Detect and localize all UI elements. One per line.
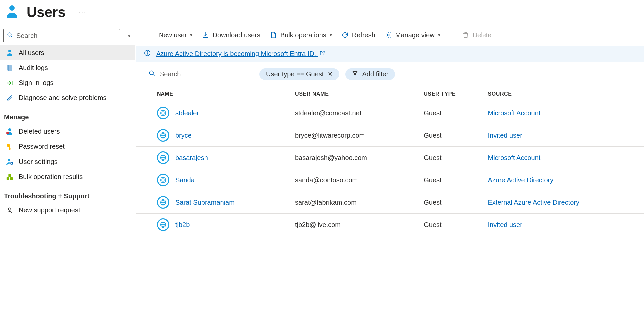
column-header-source[interactable]: SOURCE: [484, 85, 644, 102]
user-source-link[interactable]: External Azure Active Directory: [488, 199, 579, 206]
svg-rect-14: [7, 177, 9, 179]
sidebar-item-bulk-operation-results[interactable]: Bulk operation results: [0, 169, 135, 184]
cell-usertype: Guest: [420, 124, 484, 147]
user-source-link[interactable]: Microsoft Account: [488, 154, 540, 161]
user-source-link[interactable]: Azure Active Directory: [488, 176, 553, 184]
user-name-link[interactable]: stdealer: [175, 109, 199, 117]
support-icon: [5, 207, 14, 214]
table-row[interactable]: Sarat Subramaniamsarat@fabrikam.comGuest…: [136, 191, 644, 214]
cell-usertype: Guest: [420, 191, 484, 214]
row-checkbox-cell[interactable]: [136, 169, 153, 191]
table-row[interactable]: brycebryce@litwarecorp.comGuestInvited u…: [136, 124, 644, 147]
sidebar-item-label: User settings: [19, 158, 58, 166]
sidebar-search-input[interactable]: [16, 32, 116, 40]
user-source-link[interactable]: Invited user: [488, 132, 522, 139]
column-header-username[interactable]: USER NAME: [291, 85, 420, 102]
svg-point-16: [8, 208, 11, 210]
filter-pill-usertype[interactable]: User type == Guest ✕: [259, 68, 339, 80]
table-row[interactable]: stdealerstdealer@comcast.netGuestMicroso…: [136, 102, 644, 124]
table-row[interactable]: Sandasanda@contoso.comGuestAzure Active …: [136, 169, 644, 191]
new-user-button[interactable]: New user ▾: [148, 31, 192, 39]
user-name-link[interactable]: bryce: [175, 132, 192, 139]
divider: [451, 29, 451, 41]
table-row[interactable]: basarajeshbasarajesh@yahoo.comGuestMicro…: [136, 147, 644, 169]
user-name-link[interactable]: Sarat Subramaniam: [175, 199, 235, 206]
chevron-down-icon: ▾: [330, 32, 332, 38]
cell-source: Microsoft Account: [484, 102, 644, 124]
sidebar-item-diagnose-and-solve-problems[interactable]: Diagnose and solve problems: [0, 90, 135, 105]
sidebar-item-deleted-users[interactable]: Deleted users: [0, 124, 135, 139]
delete-button[interactable]: Delete: [462, 31, 492, 39]
row-checkbox-cell[interactable]: [136, 124, 153, 147]
sidebar-item-label: Password reset: [19, 143, 65, 150]
new-user-label: New user: [159, 31, 187, 39]
cell-name: stdealer: [153, 102, 291, 124]
cell-source: External Azure Active Directory: [484, 191, 644, 214]
close-icon[interactable]: ✕: [328, 70, 333, 78]
sidebar-item-label: Sign-in logs: [19, 79, 54, 87]
cell-source: Invited user: [484, 124, 644, 147]
sidebar-item-label: New support request: [19, 206, 80, 214]
refresh-button[interactable]: Refresh: [341, 31, 375, 39]
sidebar-item-all-users[interactable]: All users: [0, 45, 135, 60]
download-users-label: Download users: [212, 31, 260, 39]
user-name-link[interactable]: Sanda: [175, 176, 195, 184]
row-checkbox-cell[interactable]: [136, 191, 153, 214]
globe-icon: [157, 174, 169, 186]
cell-name: Sarat Subramaniam: [153, 191, 291, 214]
add-filter-button[interactable]: Add filter: [345, 68, 395, 80]
svg-rect-10: [9, 148, 11, 149]
sidebar-search[interactable]: [3, 29, 120, 42]
plus-icon: [148, 31, 156, 39]
column-header-usertype[interactable]: USER TYPE: [420, 85, 484, 102]
cell-name: Sanda: [153, 169, 291, 191]
sidebar-item-sign-in-logs[interactable]: Sign-in logs: [0, 75, 135, 90]
user-name-link[interactable]: tjb2b: [175, 221, 190, 229]
chevron-down-icon: ▾: [438, 32, 440, 38]
users-search[interactable]: [144, 67, 253, 81]
users-table: NAME USER NAME USER TYPE SOURCE stdealer…: [136, 85, 644, 236]
manage-view-button[interactable]: Manage view ▾: [385, 31, 440, 39]
user-del-icon: [5, 127, 14, 135]
more-icon[interactable]: ···: [79, 8, 85, 17]
add-filter-label: Add filter: [362, 70, 388, 78]
row-checkbox-cell[interactable]: [136, 214, 153, 236]
cell-username: sarat@fabrikam.com: [291, 191, 420, 214]
cell-usertype: Guest: [420, 147, 484, 169]
user-source-link[interactable]: Invited user: [488, 221, 522, 228]
download-users-button[interactable]: Download users: [202, 31, 260, 39]
sidebar-item-audit-logs[interactable]: Audit logs: [0, 60, 135, 75]
user-name-link[interactable]: basarajesh: [175, 154, 208, 162]
user-source-link[interactable]: Microsoft Account: [488, 109, 540, 117]
refresh-icon: [341, 31, 349, 39]
svg-line-24: [153, 74, 155, 76]
banner-text: Azure Active Directory is becoming Micro…: [156, 50, 316, 57]
toolbar: New user ▾ Download users Bulk operation…: [136, 29, 644, 46]
banner-link[interactable]: Azure Active Directory is becoming Micro…: [156, 50, 325, 58]
row-checkbox-cell[interactable]: [136, 102, 153, 124]
cell-username: bryce@litwarecorp.com: [291, 124, 420, 147]
collapse-sidebar-button[interactable]: «: [126, 32, 132, 39]
sidebar-item-new-support-request[interactable]: New support request: [0, 203, 135, 218]
sidebar-item-user-settings[interactable]: User settings: [0, 154, 135, 169]
users-search-input[interactable]: [160, 70, 248, 78]
sidebar-item-label: All users: [19, 49, 44, 57]
column-header-name[interactable]: NAME: [153, 85, 291, 102]
cell-name: bryce: [153, 124, 291, 147]
globe-icon: [157, 151, 169, 164]
filter-row: User type == Guest ✕ Add filter: [136, 62, 644, 85]
table-row[interactable]: tjb2btjb2b@live.comGuestInvited user: [136, 214, 644, 236]
signin-icon: [5, 79, 14, 87]
svg-rect-15: [10, 177, 13, 179]
cell-name: tjb2b: [153, 214, 291, 236]
gear-icon: [385, 31, 392, 39]
sidebar-item-password-reset[interactable]: Password reset: [0, 139, 135, 154]
svg-line-2: [11, 36, 12, 37]
cell-username: sanda@contoso.com: [291, 169, 420, 191]
bulk-operations-button[interactable]: Bulk operations ▾: [270, 31, 332, 39]
svg-rect-13: [8, 174, 11, 176]
sidebar-item-label: Deleted users: [19, 128, 60, 135]
delete-label: Delete: [473, 31, 492, 39]
external-link-icon: [319, 50, 325, 58]
row-checkbox-cell[interactable]: [136, 147, 153, 169]
